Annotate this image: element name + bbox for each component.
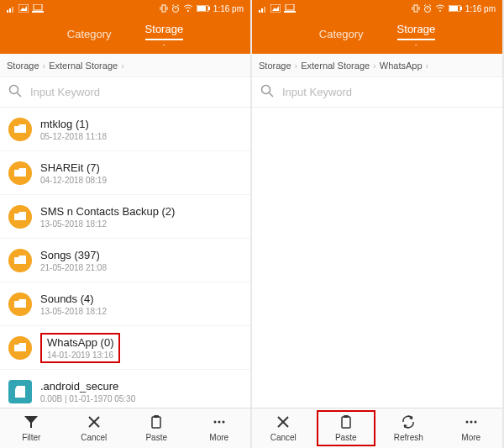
item-name: .android_secure	[40, 380, 135, 393]
left-pane: 1:16 pm Category Storage - Storage › Ext…	[0, 0, 252, 448]
svg-rect-35	[414, 5, 417, 12]
svg-point-27	[222, 421, 224, 424]
alarm-icon	[423, 4, 432, 13]
breadcrumb: Storage › External Storage ›	[0, 54, 250, 77]
svg-point-18	[10, 85, 18, 93]
status-bar: 1:16 pm	[252, 0, 502, 17]
search-bar	[252, 77, 502, 108]
item-name: WhatsApp (0)	[47, 336, 113, 349]
crumb[interactable]: WhatsApp	[380, 61, 423, 71]
battery-icon	[449, 5, 462, 12]
wifi-icon	[183, 4, 193, 13]
svg-rect-0	[7, 10, 8, 13]
status-bar: 1:16 pm	[0, 0, 250, 17]
more-icon	[464, 414, 479, 431]
folder-list[interactable]: mtklog (1)05-12-2018 11:18 SHAREit (7)04…	[0, 108, 250, 408]
status-time: 1:16 pm	[465, 4, 496, 13]
folder-icon	[8, 249, 32, 272]
clipboard-icon	[149, 414, 164, 431]
tab-category[interactable]: Category	[67, 28, 112, 44]
svg-marker-4	[20, 6, 27, 11]
svg-rect-24	[154, 415, 159, 418]
svg-line-19	[18, 92, 22, 97]
item-meta: 13-05-2018 18:12	[40, 307, 107, 316]
folder-icon	[8, 205, 32, 229]
svg-rect-50	[342, 417, 350, 428]
svg-point-46	[262, 85, 270, 93]
crumb[interactable]: External Storage	[49, 61, 118, 71]
cancel-button[interactable]: Cancel	[252, 408, 315, 448]
refresh-button[interactable]: Refresh	[377, 408, 440, 448]
svg-rect-45	[460, 7, 462, 10]
image-icon	[270, 4, 281, 13]
refresh-icon	[401, 414, 416, 431]
item-meta: 21-05-2018 21:08	[40, 263, 107, 272]
svg-point-25	[213, 421, 216, 424]
tab-storage-sub: -	[163, 40, 165, 49]
folder-icon	[8, 161, 32, 185]
signal-icon	[259, 4, 267, 13]
tab-storage-sub: -	[415, 40, 417, 49]
folder-icon	[8, 118, 32, 141]
list-item[interactable]: SHAREit (7)04-12-2018 08:19	[0, 151, 250, 195]
chevron-right-icon: ›	[41, 61, 48, 71]
more-icon	[212, 414, 227, 431]
more-button[interactable]: More	[188, 408, 251, 448]
list-item[interactable]: SMS n Contacts Backup (2)13-05-2018 18:1…	[0, 195, 250, 239]
list-item[interactable]: Sounds (4)13-05-2018 18:12	[0, 282, 250, 326]
svg-rect-23	[152, 417, 160, 428]
svg-point-55	[470, 421, 472, 424]
folder-icon	[8, 293, 32, 316]
crumb[interactable]: Storage	[7, 61, 39, 71]
svg-rect-29	[261, 8, 263, 13]
list-item[interactable]: mtklog (1)05-12-2018 11:18	[0, 108, 250, 151]
svg-line-47	[270, 92, 274, 97]
crumb[interactable]: Storage	[259, 61, 291, 71]
vibrate-icon	[412, 4, 420, 13]
tab-storage[interactable]: Storage	[397, 23, 436, 40]
tab-storage[interactable]: Storage	[145, 23, 184, 40]
svg-rect-51	[344, 415, 349, 418]
image-icon	[18, 4, 29, 13]
svg-rect-5	[34, 4, 42, 10]
paste-button[interactable]: Paste	[315, 408, 378, 448]
item-meta: 0.00B | 01-01-1970 05:30	[40, 394, 135, 403]
svg-rect-7	[162, 5, 165, 12]
alarm-icon	[171, 4, 180, 13]
paste-button[interactable]: Paste	[125, 408, 188, 448]
svg-point-54	[465, 421, 468, 424]
list-item[interactable]: .android_secure0.00B | 01-01-1970 05:30	[0, 370, 250, 408]
svg-line-12	[172, 5, 174, 7]
item-name: Sounds (4)	[40, 293, 107, 305]
search-input[interactable]	[30, 86, 242, 98]
search-icon	[260, 84, 274, 101]
sdcard-icon	[8, 380, 32, 403]
list-item-whatsapp[interactable]: WhatsApp (0)14-01-2019 13:16	[0, 326, 250, 370]
svg-rect-6	[32, 11, 44, 13]
list-item[interactable]: Songs (397)21-05-2018 21:08	[0, 239, 250, 282]
filter-button[interactable]: Filter	[0, 408, 63, 448]
cancel-button[interactable]: Cancel	[63, 408, 126, 448]
search-input[interactable]	[282, 86, 494, 98]
svg-rect-2	[12, 7, 13, 13]
svg-marker-32	[272, 6, 279, 11]
chevron-right-icon: ›	[293, 61, 300, 71]
svg-rect-28	[259, 10, 260, 13]
tab-category[interactable]: Category	[319, 28, 364, 44]
item-meta: 14-01-2019 13:16	[47, 350, 113, 360]
wifi-icon	[435, 4, 445, 13]
svg-rect-30	[264, 7, 265, 13]
item-meta: 13-05-2018 18:12	[40, 219, 175, 229]
svg-rect-44	[449, 6, 458, 11]
svg-rect-33	[286, 4, 294, 10]
svg-line-13	[177, 5, 179, 7]
crumb[interactable]: External Storage	[301, 61, 370, 71]
clipboard-icon	[339, 414, 354, 431]
more-button[interactable]: More	[440, 408, 503, 448]
chevron-right-icon: ›	[119, 61, 126, 71]
laptop-icon	[32, 4, 44, 13]
folder-list-empty[interactable]	[252, 108, 502, 408]
svg-rect-16	[197, 6, 206, 11]
svg-point-56	[474, 421, 476, 424]
status-time: 1:16 pm	[213, 4, 244, 13]
